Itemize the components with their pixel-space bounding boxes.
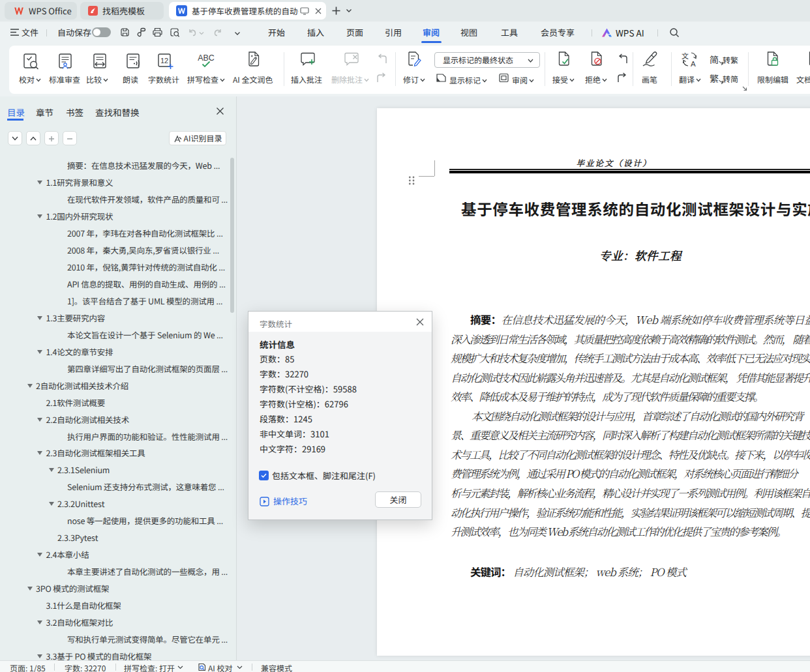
- svg-text:A: A: [691, 60, 696, 68]
- svg-text:文: 文: [682, 51, 689, 61]
- svg-text:12: 12: [160, 57, 168, 65]
- svg-text:ABC: ABC: [198, 53, 215, 63]
